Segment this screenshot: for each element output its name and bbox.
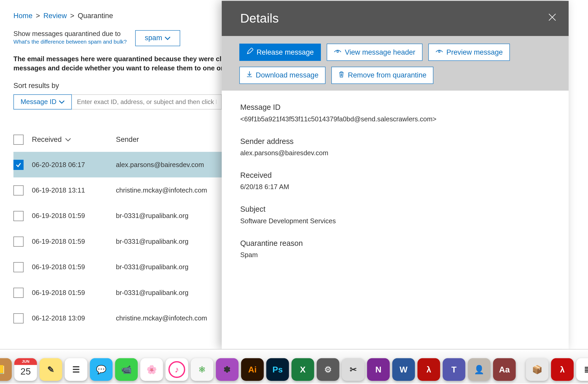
sort-field-dropdown[interactable]: Message ID <box>13 94 72 109</box>
table-row[interactable]: 06-19-2018 01:59br-0331@rupalibank.org <box>13 229 222 254</box>
received-value: 6/20/18 6:17 AM <box>240 183 550 191</box>
table-row[interactable]: 06-19-2018 01:59br-0331@rupalibank.org <box>13 203 222 229</box>
dock-downloads[interactable]: 📦 <box>526 358 548 381</box>
dock-word[interactable]: W <box>392 358 415 381</box>
filter-dropdown[interactable]: spam <box>135 30 180 46</box>
dock-photos[interactable]: 🌸 <box>140 358 163 381</box>
cell-sender: br-0331@rupalibank.org <box>116 238 222 245</box>
received-label: Received <box>240 171 550 180</box>
row-checkbox[interactable] <box>13 211 23 221</box>
table-row[interactable]: 06-19-2018 01:59br-0331@rupalibank.org <box>13 254 222 279</box>
cell-sender: br-0331@rupalibank.org <box>116 212 222 220</box>
cell-received: 06-19-2018 01:59 <box>32 238 116 245</box>
cell-received: 06-12-2018 13:09 <box>32 314 116 322</box>
panel-action-bar: Release message View message header Prev… <box>222 36 569 91</box>
table-row[interactable]: 06-19-2018 01:59br-0331@rupalibank.org <box>13 280 222 305</box>
cell-sender: br-0331@rupalibank.org <box>116 263 222 271</box>
sender-address-label: Sender address <box>240 137 550 146</box>
release-message-button[interactable]: Release message <box>239 44 321 61</box>
search-input[interactable] <box>72 94 222 109</box>
view-header-button[interactable]: View message header <box>327 44 423 61</box>
download-message-button[interactable]: Download message <box>239 67 326 84</box>
breadcrumb-current: Quarantine <box>78 12 113 20</box>
cell-received: 06-19-2018 01:59 <box>32 263 116 271</box>
details-panel: Details Release message View message hea… <box>222 1 569 349</box>
breadcrumb-home-link[interactable]: Home <box>13 12 32 20</box>
dock-excel[interactable]: X <box>291 358 314 381</box>
dock-acrobat-doc[interactable]: λ <box>551 358 574 381</box>
table-row[interactable]: 06-12-2018 13:09christine.mckay@infotech… <box>13 305 222 331</box>
message-id-value: <69f1b5a921f43f53f11c5014379fa0bd@send.s… <box>240 115 550 123</box>
quarantine-reason-label: Quarantine reason <box>240 239 550 248</box>
dock-todo-doc[interactable]: ≣ <box>576 358 588 381</box>
download-icon <box>246 71 252 80</box>
breadcrumb-separator: > <box>70 12 74 20</box>
row-checkbox[interactable] <box>13 288 23 298</box>
dock-reminders[interactable]: ☰ <box>65 358 87 381</box>
row-checkbox[interactable] <box>13 313 23 323</box>
sender-address-value: alex.parsons@bairesdev.com <box>240 149 550 157</box>
message-id-label: Message ID <box>240 103 550 112</box>
svg-point-0 <box>337 50 338 52</box>
dock-preferences[interactable]: ⚙ <box>317 358 339 381</box>
row-checkbox[interactable] <box>13 160 23 170</box>
dock-teams[interactable]: T <box>443 358 465 381</box>
chevron-down-icon <box>59 100 65 104</box>
breadcrumb-review-link[interactable]: Review <box>43 12 67 20</box>
preview-message-button[interactable]: Preview message <box>428 44 510 61</box>
panel-title: Details <box>240 11 278 25</box>
table-header-row: Received Sender <box>13 130 222 152</box>
dock-photoshop[interactable]: Ps <box>266 358 289 381</box>
cell-sender: christine.mckay@infotech.com <box>116 314 222 322</box>
sort-desc-icon <box>65 135 71 144</box>
eye-icon <box>334 48 342 56</box>
dock-flower-app[interactable]: ✽ <box>216 358 239 381</box>
chevron-down-icon <box>165 36 170 40</box>
row-checkbox[interactable] <box>13 236 23 246</box>
breadcrumb: Home > Review > Quarantine <box>13 0 222 20</box>
breadcrumb-separator: > <box>36 12 40 20</box>
svg-point-1 <box>438 50 440 52</box>
cell-sender: christine.mckay@infotech.com <box>116 186 222 194</box>
dock-calendar[interactable]: JUN25 <box>14 358 37 381</box>
dock-itunes[interactable]: ♪ <box>165 358 188 381</box>
table-row[interactable]: 06-19-2018 13:11christine.mckay@infotech… <box>13 177 222 203</box>
row-checkbox[interactable] <box>13 185 23 195</box>
eye-icon <box>435 48 443 56</box>
cell-received: 06-19-2018 01:59 <box>32 212 116 220</box>
column-header-sender[interactable]: Sender <box>116 135 222 144</box>
dock-atom[interactable]: ⚛ <box>191 358 213 381</box>
quarantine-description: The email messages here were quarantined… <box>13 55 222 74</box>
cell-received: 06-19-2018 01:59 <box>32 289 116 297</box>
column-header-received[interactable]: Received <box>32 135 116 144</box>
pencil-icon <box>246 48 253 57</box>
table-row[interactable]: 06-20-2018 06:17alex.parsons@bairesdev.c… <box>13 152 222 177</box>
sort-label: Sort results by <box>13 82 222 90</box>
dock-messages[interactable]: 💬 <box>90 358 113 381</box>
dock-utilities[interactable]: ✂ <box>342 358 364 381</box>
macos-dock: 😀📒JUN25✎☰💬📹🌸♪⚛✽AiPsX⚙✂NWλT👤Aa 📦λ≣🗑 <box>0 349 588 383</box>
select-all-checkbox[interactable] <box>13 134 23 144</box>
filter-label: Show messages quarantined due to <box>13 30 127 38</box>
remove-from-quarantine-button[interactable]: Remove from quarantine <box>332 67 434 84</box>
dock-acrobat[interactable]: λ <box>417 358 440 381</box>
subject-value: Software Development Services <box>240 217 550 225</box>
dock-avatar[interactable]: 👤 <box>468 358 490 381</box>
subject-label: Subject <box>240 205 550 214</box>
cell-sender: br-0331@rupalibank.org <box>116 289 222 297</box>
cell-sender: alex.parsons@bairesdev.com <box>116 161 222 169</box>
close-button[interactable] <box>548 13 557 24</box>
dock-illustrator[interactable]: Ai <box>241 358 264 381</box>
sort-field-value: Message ID <box>21 98 56 106</box>
trash-icon <box>339 71 344 80</box>
dock-facetime[interactable]: 📹 <box>115 358 138 381</box>
row-checkbox[interactable] <box>13 262 23 272</box>
dock-onenote[interactable]: N <box>367 358 390 381</box>
dock-contacts[interactable]: 📒 <box>0 358 12 381</box>
cell-received: 06-20-2018 06:17 <box>32 161 116 169</box>
filter-help-link[interactable]: What's the difference between spam and b… <box>13 39 127 45</box>
cell-received: 06-19-2018 13:11 <box>32 186 116 194</box>
quarantine-reason-value: Spam <box>240 251 550 259</box>
dock-dictionary[interactable]: Aa <box>493 358 516 381</box>
dock-notes[interactable]: ✎ <box>39 358 62 381</box>
